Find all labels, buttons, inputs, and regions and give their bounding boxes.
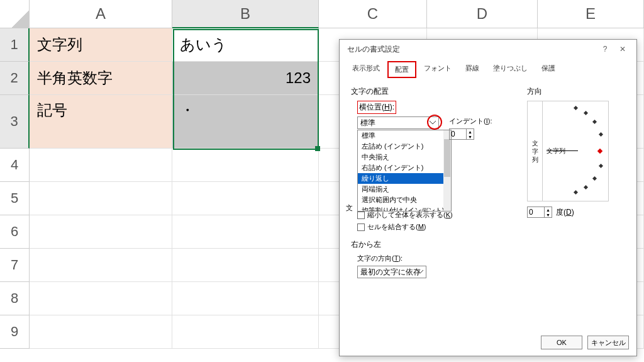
horiz-align-combo[interactable]: 標準 標準 左詰め (インデント) 中央揃え 右詰め (インデント) 繰り返し … <box>357 116 439 129</box>
row-header-4[interactable]: 4 <box>0 149 30 182</box>
chevron-down-icon[interactable] <box>416 268 425 276</box>
tab-font[interactable]: フォント <box>418 61 458 78</box>
horiz-align-dropdown: 標準 左詰め (インデント) 中央揃え 右詰め (インデント) 繰り返し 両端揃… <box>357 130 452 212</box>
orient-arc-label: 文字列 <box>547 147 565 156</box>
orientation-box: 文字列 文字列 <box>527 101 609 201</box>
shrink-checkbox[interactable]: 縮小して全体を表示する(K) <box>357 210 527 220</box>
horiz-align-label: 横位置(H): <box>357 101 396 114</box>
orient-pointer-icon[interactable] <box>597 149 602 154</box>
cell-a1[interactable]: 文字列 <box>30 28 172 62</box>
opt-center[interactable]: 中央揃え <box>358 152 451 162</box>
degree-spinner[interactable]: 0 ▲▼ <box>527 206 552 218</box>
tab-protection[interactable]: 保護 <box>535 61 562 78</box>
row-header-7[interactable]: 7 <box>0 249 30 282</box>
row-header-1[interactable]: 1 <box>0 28 30 62</box>
select-all-corner[interactable] <box>0 0 30 28</box>
cell-a7[interactable] <box>30 249 172 282</box>
opt-distributed[interactable]: 均等割り付け (インデント) <box>358 205 451 212</box>
indent-value: 0 <box>451 130 455 139</box>
opt-justify[interactable]: 両端揃え <box>358 184 451 195</box>
row-header-9[interactable]: 9 <box>0 315 30 349</box>
cancel-button[interactable]: キャンセル <box>587 336 629 349</box>
cell-b4[interactable] <box>172 149 319 182</box>
spinner-down-icon[interactable]: ▼ <box>544 212 552 217</box>
opt-left[interactable]: 左詰め (インデント) <box>358 141 451 152</box>
col-header-e[interactable]: E <box>538 0 644 28</box>
col-header-c[interactable]: C <box>319 0 427 28</box>
cell-b1[interactable]: あいう <box>172 28 319 62</box>
spinner-up-icon[interactable]: ▲ <box>544 207 552 212</box>
row-header-8[interactable]: 8 <box>0 282 30 315</box>
tab-number[interactable]: 表示形式 <box>346 61 386 78</box>
opt-center-selection[interactable]: 選択範囲内で中央 <box>358 195 451 205</box>
col-header-a[interactable]: A <box>30 0 172 28</box>
cell-b2[interactable]: 123 <box>172 62 319 95</box>
cell-b6[interactable] <box>172 215 319 249</box>
row-header-6[interactable]: 6 <box>0 215 30 249</box>
cell-b3[interactable]: ・ <box>172 95 319 149</box>
format-cells-dialog: セルの書式設定 ? ✕ 表示形式 配置 フォント 罫線 塗りつぶし 保護 文字の… <box>339 39 637 356</box>
cell-a5[interactable] <box>30 182 172 215</box>
row-header-2[interactable]: 2 <box>0 62 30 95</box>
degree-value: 0 <box>529 208 533 217</box>
col-header-d[interactable]: D <box>427 0 538 28</box>
cell-a3[interactable]: 記号 <box>30 95 172 149</box>
tab-alignment[interactable]: 配置 <box>387 61 416 78</box>
cell-b7[interactable] <box>172 249 319 282</box>
cell-a4[interactable] <box>30 149 172 182</box>
degree-label: 度(D) <box>556 207 574 218</box>
textdir-label: 文字の方向(T): <box>357 254 527 263</box>
cell-b9[interactable] <box>172 315 319 349</box>
rtl-group-label: 右から左 <box>351 239 527 250</box>
tab-border[interactable]: 罫線 <box>459 61 486 78</box>
ok-button[interactable]: OK <box>541 336 582 349</box>
dropdown-scrollbar[interactable] <box>443 130 451 211</box>
help-button[interactable]: ? <box>596 42 614 56</box>
opt-standard[interactable]: 標準 <box>358 130 451 141</box>
orient-group-label: 方向 <box>527 86 625 97</box>
text-align-group-label: 文字の配置 <box>351 86 527 97</box>
merge-checkbox[interactable]: セルを結合する(M) <box>357 222 527 232</box>
textdir-value: 最初の文字に依存 <box>360 267 421 278</box>
spinner-down-icon[interactable]: ▼ <box>466 134 474 139</box>
close-button[interactable]: ✕ <box>614 42 631 56</box>
opt-repeat[interactable]: 繰り返し <box>358 173 451 184</box>
horiz-align-value: 標準 <box>360 118 375 128</box>
indent-spinner[interactable]: 0 ▲▼ <box>449 128 474 140</box>
orient-arc[interactable]: 文字列 <box>543 101 608 201</box>
cell-a6[interactable] <box>30 215 172 249</box>
tab-fill[interactable]: 塗りつぶし <box>487 61 534 78</box>
cell-a8[interactable] <box>30 282 172 315</box>
indent-label: インデント(I): <box>449 116 492 126</box>
opt-right[interactable]: 右詰め (インデント) <box>358 162 451 173</box>
dialog-title: セルの書式設定 <box>347 44 596 55</box>
cell-b5[interactable] <box>172 182 319 215</box>
orient-vertical-button[interactable]: 文字列 <box>528 101 543 201</box>
chevron-down-icon[interactable] <box>428 118 437 127</box>
textdir-combo[interactable]: 最初の文字に依存 <box>357 266 426 278</box>
row-header-3[interactable]: 3 <box>0 95 30 149</box>
row-header-5[interactable]: 5 <box>0 182 30 215</box>
col-header-b[interactable]: B <box>172 0 319 28</box>
spinner-up-icon[interactable]: ▲ <box>466 129 474 134</box>
vert-marker: 文 <box>346 203 353 213</box>
cell-a2[interactable]: 半角英数字 <box>30 62 172 95</box>
cell-b8[interactable] <box>172 282 319 315</box>
tabs: 表示形式 配置 フォント 罫線 塗りつぶし 保護 <box>340 59 636 79</box>
cell-a9[interactable] <box>30 315 172 349</box>
